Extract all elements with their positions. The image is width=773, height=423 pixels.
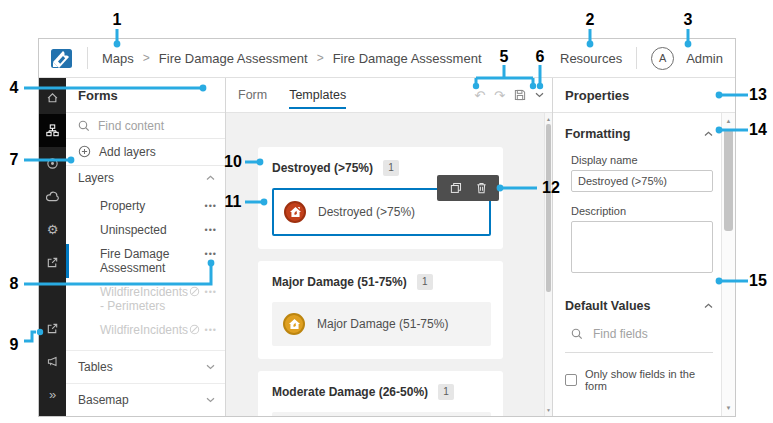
breadcrumb-page-name: Fire Damage Assessment bbox=[333, 51, 482, 66]
formatting-section-header: Formatting bbox=[565, 127, 713, 141]
duplicate-icon[interactable] bbox=[450, 182, 462, 194]
breadcrumb-maps[interactable]: Maps bbox=[102, 51, 134, 66]
templates-scrollbar[interactable]: ▲ ▼ bbox=[544, 113, 552, 416]
not-supported-icon bbox=[189, 324, 200, 335]
search-icon bbox=[571, 328, 583, 340]
forms-panel: Forms Add layers Layers Property ••• bbox=[66, 78, 226, 416]
layer-row-wildfire-perimeters[interactable]: WildfireIncidents - Perimeters ••• bbox=[66, 280, 225, 318]
group-count-badge: 1 bbox=[417, 274, 433, 290]
display-name-label: Display name bbox=[571, 154, 713, 166]
template-item-moderate-damage[interactable]: Moderate Damage (26-50%) bbox=[272, 412, 491, 416]
layer-row-fire-damage-assessment[interactable]: Fire Damage Assessment ••• bbox=[66, 242, 225, 280]
rail-settings-icon[interactable]: ⚙ bbox=[39, 213, 66, 246]
scroll-up-arrow-icon[interactable]: ▲ bbox=[545, 115, 552, 123]
user-menu[interactable]: Admin bbox=[686, 51, 723, 66]
resources-link[interactable]: Resources bbox=[560, 51, 622, 66]
breadcrumb-map-name[interactable]: Fire Damage Assessment bbox=[159, 51, 308, 66]
scrollbar-thumb[interactable] bbox=[724, 129, 733, 231]
avatar[interactable]: A bbox=[651, 47, 674, 70]
undo-icon[interactable]: ↶ bbox=[474, 89, 485, 102]
templates-panel-header: Form Templates ↶ ↷ bbox=[226, 78, 552, 113]
layer-options-menu-icon[interactable]: ••• bbox=[205, 199, 217, 213]
only-show-fields-checkbox[interactable] bbox=[565, 374, 577, 386]
layer-options-menu-icon[interactable]: ••• bbox=[205, 323, 217, 337]
find-fields-input[interactable] bbox=[593, 327, 713, 341]
chevron-up-icon[interactable] bbox=[704, 131, 713, 137]
add-layers-label: Add layers bbox=[99, 145, 156, 159]
navigation-rail: ⚙ » bbox=[39, 78, 66, 416]
field-maps-logo-icon bbox=[50, 48, 73, 69]
template-group-moderate-damage: Moderate Damage (26-50%) 1 Moderate Dama… bbox=[258, 371, 503, 416]
find-content-search[interactable] bbox=[66, 113, 225, 139]
annotation-4: 4 bbox=[10, 80, 19, 96]
delete-icon[interactable] bbox=[476, 182, 487, 194]
group-title: Destroyed (>75%) bbox=[272, 161, 373, 175]
rail-expand-icon[interactable]: » bbox=[39, 378, 66, 411]
layers-section-label: Layers bbox=[78, 171, 114, 185]
properties-scrollbar[interactable]: ▲ ▼ bbox=[721, 113, 735, 416]
gear-icon: ⚙ bbox=[47, 223, 59, 236]
scroll-up-arrow-icon[interactable]: ▲ bbox=[722, 116, 735, 126]
layer-row-wildfire-incidents[interactable]: WildfireIncidents ••• bbox=[66, 318, 225, 342]
rail-forms-icon[interactable] bbox=[39, 114, 66, 147]
tab-templates[interactable]: Templates bbox=[289, 78, 346, 112]
layer-row-property[interactable]: Property ••• bbox=[66, 194, 225, 218]
group-count-badge: 1 bbox=[438, 384, 454, 400]
rail-offline-icon[interactable] bbox=[39, 180, 66, 213]
breadcrumb-chevron-icon: > bbox=[317, 51, 324, 65]
tab-form[interactable]: Form bbox=[238, 78, 267, 112]
default-values-section-label: Default Values bbox=[565, 299, 650, 313]
template-item-major-damage[interactable]: Major Damage (51-75%) bbox=[272, 302, 491, 346]
find-fields-search[interactable] bbox=[565, 313, 713, 353]
template-hover-toolbar bbox=[437, 175, 499, 201]
group-title: Moderate Damage (26-50%) bbox=[272, 385, 428, 399]
rail-sharing-icon[interactable] bbox=[39, 246, 66, 279]
chevron-down-icon bbox=[206, 397, 215, 403]
save-menu-caret-icon[interactable] bbox=[535, 92, 544, 98]
not-supported-icon bbox=[189, 286, 200, 297]
redo-icon[interactable]: ↷ bbox=[494, 89, 505, 102]
annotation-9: 9 bbox=[10, 337, 19, 353]
rail-feedback-icon[interactable] bbox=[39, 345, 66, 378]
template-item-label: Major Damage (51-75%) bbox=[317, 317, 448, 331]
default-values-section-header: Default Values bbox=[565, 299, 713, 313]
layers-list: Property ••• Uninspected ••• Fire Damage… bbox=[66, 190, 225, 350]
scrollbar-thumb[interactable] bbox=[546, 124, 551, 292]
save-icon[interactable] bbox=[514, 89, 526, 101]
layer-name: WildfireIncidents bbox=[100, 323, 189, 337]
major-damage-symbol-icon bbox=[283, 313, 305, 335]
description-label: Description bbox=[571, 205, 713, 217]
rail-export-icon[interactable] bbox=[39, 312, 66, 345]
find-content-input[interactable] bbox=[98, 119, 215, 133]
annotation-3: 3 bbox=[684, 12, 693, 28]
annotation-1: 1 bbox=[113, 12, 122, 28]
annotation-14: 14 bbox=[749, 122, 767, 138]
group-title: Major Damage (51-75%) bbox=[272, 275, 407, 289]
rail-targets-icon[interactable] bbox=[39, 147, 66, 180]
layer-options-menu-icon[interactable]: ••• bbox=[205, 285, 217, 299]
layer-options-menu-icon[interactable]: ••• bbox=[205, 247, 217, 261]
app-header: Maps > Fire Damage Assessment > Fire Dam… bbox=[39, 39, 735, 78]
annotation-15: 15 bbox=[749, 273, 767, 289]
templates-list: Destroyed (>75%) 1 Destroyed (>75%) bbox=[226, 113, 544, 416]
search-icon bbox=[78, 120, 90, 132]
layers-section-toggle[interactable]: Layers bbox=[66, 166, 225, 190]
chevron-up-icon[interactable] bbox=[704, 303, 713, 309]
rail-home-icon[interactable] bbox=[39, 81, 66, 114]
annotation-5: 5 bbox=[500, 49, 509, 65]
basemap-section-toggle[interactable]: Basemap bbox=[66, 383, 225, 416]
scroll-down-arrow-icon[interactable]: ▼ bbox=[722, 403, 735, 413]
annotation-2: 2 bbox=[586, 12, 595, 28]
layer-options-menu-icon[interactable]: ••• bbox=[205, 223, 217, 237]
group-count-badge: 1 bbox=[383, 160, 399, 176]
only-show-fields-label: Only show fields in the form bbox=[585, 368, 713, 392]
annotation-6: 6 bbox=[536, 49, 545, 65]
header-divider bbox=[87, 47, 88, 69]
description-textarea[interactable] bbox=[571, 221, 713, 273]
layer-row-uninspected[interactable]: Uninspected ••• bbox=[66, 218, 225, 242]
scroll-down-arrow-icon[interactable]: ▼ bbox=[545, 406, 552, 414]
display-name-input[interactable] bbox=[571, 170, 713, 192]
rail-spacer bbox=[39, 279, 66, 312]
tables-section-toggle[interactable]: Tables bbox=[66, 350, 225, 383]
add-layers-button[interactable]: Add layers bbox=[66, 139, 225, 165]
